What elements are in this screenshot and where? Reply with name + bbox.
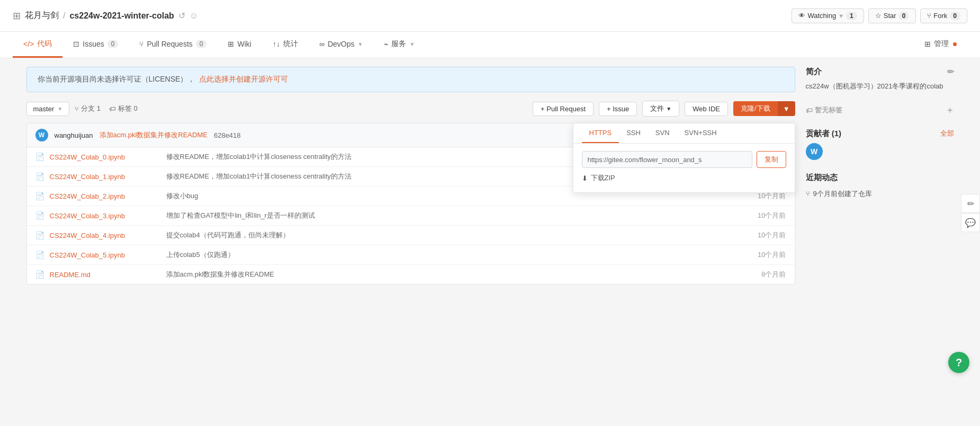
file-icon: 📄 — [35, 192, 44, 200]
license-link[interactable]: 点此选择并创建开源许可可 — [199, 75, 288, 84]
star-icon: ☆ — [875, 12, 882, 20]
tab-code[interactable]: </> 代码 — [13, 32, 62, 58]
file-time: 10个月前 — [758, 211, 786, 220]
pulls-badge: 0 — [196, 40, 207, 48]
clone-body: 复制 ⬇ 下载ZIP — [573, 144, 795, 192]
issues-icon: ⊡ — [73, 40, 79, 48]
repo-icon: ⊞ — [13, 10, 21, 22]
file-name-link[interactable]: README.md — [50, 271, 166, 279]
branch-toolbar: master ▼ ⑂ 分支 1 🏷 标签 0 + Pull Request + … — [26, 101, 795, 117]
devops-dropdown-icon: ▼ — [357, 41, 363, 47]
intro-section: 简介 ✏ cs224w（图机器学习）2021冬季课程的colab — [806, 67, 954, 92]
file-btn-label: 文件 — [650, 104, 664, 113]
services-dropdown-icon: ▼ — [409, 41, 415, 47]
star-button[interactable]: ☆ Star 0 — [868, 8, 916, 23]
star-count: 0 — [898, 12, 910, 20]
contributor-avatar[interactable]: W — [806, 143, 823, 160]
download-zip-button[interactable]: ⬇ 下载ZIP — [582, 168, 786, 185]
download-zip-label: 下载ZIP — [591, 173, 615, 183]
tab-manage-label: 管理 — [934, 39, 949, 49]
top-bar: ⊞ 花月与剑 / cs224w-2021-winter-colab ↺ ☺ 👁 … — [0, 0, 980, 32]
file-name-link[interactable]: CS224W_Colab_2.ipynb — [50, 192, 166, 200]
tab-wiki[interactable]: ⊞ Wiki — [217, 32, 262, 57]
clone-tab-ssh[interactable]: SSH — [619, 123, 648, 143]
clone-button[interactable]: 克隆/下载 — [733, 101, 778, 116]
commit-message: 添加acm.pkl数据集并修改README — [100, 130, 208, 140]
repo-separator: / — [63, 11, 65, 21]
tab-devops[interactable]: ∞ DevOps ▼ — [309, 32, 373, 57]
branch-name: master — [33, 105, 55, 113]
repo-title: ⊞ 花月与剑 / cs224w-2021-winter-colab ↺ ☺ — [13, 10, 792, 22]
tag-icon: 🏷 标签 0 — [109, 104, 138, 113]
branch-area: master ▼ ⑂ 分支 1 🏷 标签 0 + Pull Request + … — [26, 101, 795, 117]
file-name-link[interactable]: CS224W_Colab_1.ipynb — [50, 173, 166, 181]
side-actions: ✏ 💬 — [961, 194, 980, 232]
eye-icon: 👁 — [798, 12, 805, 20]
issue-button[interactable]: + Issue — [599, 102, 637, 116]
clone-group: 克隆/下载 ▼ — [733, 101, 795, 116]
tab-manage[interactable]: ⊞ 管理 — [914, 32, 967, 58]
intro-title: 简介 ✏ — [806, 67, 954, 77]
file-name-link[interactable]: CS224W_Colab_5.ipynb — [50, 251, 166, 259]
pull-request-button[interactable]: + Pull Request — [533, 102, 594, 116]
side-comment-button[interactable]: 💬 — [961, 213, 980, 232]
file-button[interactable]: 文件 ▼ — [642, 101, 679, 117]
contributors-list: W — [806, 143, 954, 160]
license-banner: 你当前开源项目尚未选择许可证（LICENSE）， 点此选择并创建开源许可可 — [26, 67, 795, 92]
settings-icon[interactable]: ☺ — [190, 11, 198, 21]
file-time: 10个月前 — [758, 230, 786, 240]
tab-issues[interactable]: ⊡ Issues 0 — [62, 32, 129, 57]
code-icon: </> — [23, 40, 34, 48]
tab-services-label: 服务 — [391, 39, 406, 49]
tab-devops-label: DevOps — [328, 40, 355, 48]
tab-stats-label: 统计 — [283, 39, 298, 49]
repo-sidebar: 简介 ✏ cs224w（图机器学习）2021冬季课程的colab 🏷 暂无标签 … — [806, 67, 954, 285]
branch-select[interactable]: master ▼ — [26, 102, 70, 116]
commit-author[interactable]: wanghuijuan — [55, 131, 93, 139]
tag-add-button[interactable]: ＋ — [946, 105, 954, 116]
clone-tabs: HTTPS SSH SVN SVN+SSH — [573, 123, 795, 144]
watch-dropdown-icon: ▼ — [838, 13, 844, 19]
clone-tab-https[interactable]: HTTPS — [582, 123, 619, 143]
file-name-link[interactable]: CS224W_Colab_3.ipynb — [50, 212, 166, 220]
tags-section: 🏷 暂无标签 ＋ — [806, 105, 954, 116]
repo-name-link[interactable]: cs224w-2021-winter-colab — [69, 11, 174, 21]
clone-tab-svnssh[interactable]: SVN+SSH — [677, 123, 724, 143]
fork-button[interactable]: ⑂ Fork 0 — [920, 8, 967, 23]
clone-dropdown-button[interactable]: ▼ — [778, 101, 795, 116]
file-message: 添加acm.pkl数据集并修改README — [166, 270, 762, 279]
watch-label: Watching — [807, 12, 836, 20]
tab-stats[interactable]: ↑↓ 统计 — [262, 32, 309, 58]
tab-services[interactable]: ⌁ 服务 ▼ — [373, 32, 425, 58]
repo-org-link[interactable]: 花月与剑 — [25, 10, 59, 21]
refresh-icon[interactable]: ↺ — [178, 11, 185, 21]
recent-activity-section: 近期动态 ⑂ 9个月前创建了仓库 — [806, 173, 954, 201]
license-text: 你当前开源项目尚未选择许可证（LICENSE）， — [38, 75, 195, 84]
tab-pulls[interactable]: ⑂ Pull Requests 0 — [129, 32, 217, 57]
branch-icon: ⑂ 分支 1 — [75, 104, 101, 113]
top-actions: 👁 Watching ▼ 1 ☆ Star 0 ⑂ Fork 0 — [792, 8, 967, 23]
file-name-link[interactable]: CS224W_Colab_4.ipynb — [50, 232, 166, 239]
branch-count-label: 分支 1 — [81, 104, 101, 113]
file-message: 提交colab4（代码可跑通，但尚未理解） — [166, 230, 758, 240]
webide-button[interactable]: Web IDE — [685, 102, 728, 116]
tag-count-label: 标签 0 — [118, 104, 138, 113]
file-name-link[interactable]: CS224W_Colab_0.ipynb — [50, 153, 166, 161]
fork-label: Fork — [933, 12, 947, 20]
clone-url-input[interactable] — [582, 151, 752, 168]
file-dropdown-icon: ▼ — [666, 106, 671, 112]
contributors-all-link[interactable]: 全部 — [940, 129, 954, 138]
side-edit-button[interactable]: ✏ — [961, 194, 980, 213]
file-time: 8个月前 — [761, 270, 786, 279]
tab-code-label: 代码 — [37, 39, 52, 49]
clone-url-row: 复制 — [582, 151, 786, 168]
clone-tab-svn[interactable]: SVN — [648, 123, 677, 143]
branch-dropdown-icon: ▼ — [57, 106, 62, 112]
repo-main: 你当前开源项目尚未选择许可证（LICENSE）， 点此选择并创建开源许可可 ma… — [26, 67, 795, 285]
intro-edit-icon[interactable]: ✏ — [947, 67, 954, 77]
devops-icon: ∞ — [319, 40, 325, 48]
copy-button[interactable]: 复制 — [757, 151, 786, 168]
tab-wiki-label: Wiki — [237, 40, 251, 48]
stats-icon: ↑↓ — [273, 40, 280, 48]
watch-button[interactable]: 👁 Watching ▼ 1 — [792, 8, 864, 23]
